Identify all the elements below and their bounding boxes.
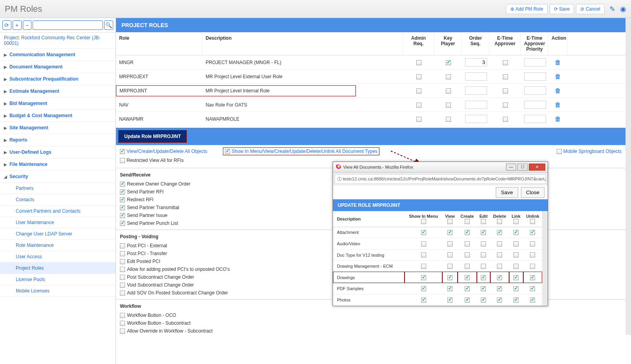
checkbox-icon[interactable] bbox=[497, 252, 502, 257]
doc-row[interactable]: PDF Samples bbox=[333, 283, 542, 294]
option-row[interactable]: Workflow Button - Subcontract bbox=[116, 319, 625, 327]
order-seq-input[interactable] bbox=[465, 72, 487, 81]
doc-row[interactable]: Drawings bbox=[333, 272, 542, 283]
checkbox-icon[interactable] bbox=[530, 264, 535, 269]
checkbox-icon[interactable] bbox=[120, 283, 125, 288]
grid-row[interactable]: MRPROJINT MR Project Level Internal Role… bbox=[116, 84, 625, 98]
checkbox-icon[interactable] bbox=[421, 286, 426, 291]
checkbox-icon[interactable] bbox=[465, 264, 470, 269]
checkbox-icon[interactable] bbox=[481, 275, 486, 280]
delete-icon[interactable]: 🗑 bbox=[555, 73, 561, 80]
checkbox-icon[interactable] bbox=[446, 117, 451, 122]
checkbox-icon[interactable] bbox=[481, 252, 486, 257]
checkbox-icon[interactable] bbox=[120, 182, 125, 187]
checkbox-icon[interactable] bbox=[513, 219, 519, 224]
order-seq-input[interactable] bbox=[465, 115, 487, 123]
popup-close-button[interactable]: Close bbox=[521, 187, 545, 198]
subtree-item[interactable]: User Access bbox=[0, 251, 116, 262]
add-pm-role-button[interactable]: ⊕ Add PM Role bbox=[506, 4, 547, 14]
subtree-item[interactable]: Mobile Licenses bbox=[0, 285, 116, 296]
tree-item-site-management[interactable]: ▶Site Management bbox=[0, 122, 116, 134]
doc-row[interactable]: Photos bbox=[333, 294, 542, 306]
checkbox-icon[interactable] bbox=[503, 103, 508, 108]
col-etime-approver-priority[interactable]: E-Time Approver Priority bbox=[521, 32, 548, 55]
delete-icon[interactable]: 🗑 bbox=[555, 87, 561, 94]
tree-item-communication-management[interactable]: ▶Communication Management bbox=[0, 49, 116, 61]
checkbox-icon[interactable] bbox=[447, 252, 453, 257]
checkbox-icon[interactable] bbox=[497, 230, 502, 235]
doc-col-0[interactable]: Description bbox=[333, 211, 405, 227]
show-in-menu-all-doc-types-option[interactable]: Show In Menu/View/Create/Update/Delete/U… bbox=[223, 147, 379, 155]
order-seq-input[interactable] bbox=[465, 101, 487, 109]
checkbox-icon[interactable] bbox=[421, 275, 426, 280]
col-key-player[interactable]: Key Player bbox=[434, 32, 462, 55]
subtree-item[interactable]: Change User LDAP Server bbox=[0, 228, 116, 239]
checkbox-icon[interactable] bbox=[497, 264, 502, 269]
checkbox-icon[interactable] bbox=[513, 275, 519, 280]
edit-icon[interactable]: ✎ bbox=[609, 5, 615, 13]
checkbox-icon[interactable] bbox=[447, 298, 453, 303]
tree-item-reports[interactable]: ▶Reports bbox=[0, 134, 116, 146]
minimize-button[interactable]: — bbox=[506, 164, 516, 171]
view-create-all-objects-option[interactable]: View/Create/Update/Delete All Objects bbox=[120, 149, 207, 154]
checkbox-icon[interactable] bbox=[416, 60, 421, 65]
checkbox-icon[interactable] bbox=[421, 219, 426, 224]
checkbox-icon[interactable] bbox=[120, 189, 125, 195]
search-button[interactable]: 🔍 bbox=[104, 20, 113, 30]
col-order-seq[interactable]: Order Seq. bbox=[462, 32, 489, 55]
checkbox-icon[interactable] bbox=[120, 275, 125, 280]
doc-col-4[interactable]: Edit bbox=[477, 211, 490, 227]
checkbox-icon[interactable] bbox=[481, 298, 486, 303]
checkbox-icon[interactable] bbox=[421, 252, 426, 257]
checkbox-icon[interactable] bbox=[446, 103, 451, 108]
refresh-button[interactable]: ⟳ bbox=[2, 20, 11, 30]
subtree-item[interactable]: Convert Partners and Contacts bbox=[0, 205, 116, 217]
doc-col-5[interactable]: Delete bbox=[490, 211, 509, 227]
tree-item-user-defined-logs[interactable]: ▶User-Defined Logs bbox=[0, 146, 116, 158]
collapse-button[interactable]: − bbox=[23, 20, 32, 30]
tree-item-bid-management[interactable]: ▶Bid Management bbox=[0, 97, 116, 109]
etime-priority-input[interactable] bbox=[524, 101, 546, 109]
checkbox-icon[interactable] bbox=[465, 241, 470, 246]
col-description[interactable]: Description bbox=[202, 32, 403, 55]
checkbox-icon[interactable] bbox=[416, 74, 421, 79]
checkbox-icon[interactable] bbox=[530, 286, 535, 291]
checkbox-icon[interactable] bbox=[421, 230, 426, 235]
restricted-view-rfi-option[interactable]: Restricted View All for RFIs bbox=[120, 158, 184, 163]
popup-url-bar[interactable]: ⓘ testv12.cmic.ca:8888/cmictest12c/PmPro… bbox=[335, 174, 546, 184]
option-row[interactable]: Workflow Button - OCO bbox=[116, 311, 625, 319]
checkbox-icon[interactable] bbox=[513, 252, 519, 257]
checkbox-icon[interactable] bbox=[503, 117, 508, 122]
doc-row[interactable]: Drawing Management - ECM bbox=[333, 261, 542, 272]
checkbox-icon[interactable] bbox=[447, 264, 453, 269]
checkbox-icon[interactable] bbox=[497, 286, 502, 291]
tree-item-file-maintenance[interactable]: ▶File Maintenance bbox=[0, 158, 116, 170]
grid-row[interactable]: NAWAPMR NAWAPMROLE 🗑 bbox=[116, 112, 625, 126]
checkbox-icon[interactable] bbox=[481, 264, 486, 269]
etime-priority-input[interactable] bbox=[524, 58, 546, 66]
maximize-button[interactable]: ☐ bbox=[517, 164, 528, 171]
doc-row[interactable]: Attachment bbox=[333, 227, 542, 238]
checkbox-icon[interactable] bbox=[503, 88, 508, 94]
checkbox-icon[interactable] bbox=[530, 252, 535, 257]
checkbox-icon[interactable] bbox=[513, 241, 519, 246]
checkbox-icon[interactable] bbox=[497, 275, 502, 280]
doc-col-3[interactable]: Create bbox=[458, 211, 477, 227]
checkbox-icon[interactable] bbox=[447, 275, 453, 280]
checkbox-icon[interactable] bbox=[513, 230, 519, 235]
checkbox-icon[interactable] bbox=[465, 298, 470, 303]
checkbox-icon[interactable] bbox=[513, 298, 519, 303]
checkbox-icon[interactable] bbox=[465, 230, 470, 235]
etime-priority-input[interactable] bbox=[524, 86, 546, 95]
doc-col-6[interactable]: Link bbox=[509, 211, 523, 227]
checkbox-icon[interactable] bbox=[120, 221, 125, 226]
checkbox-icon[interactable] bbox=[481, 230, 486, 235]
checkbox-icon[interactable] bbox=[513, 264, 519, 269]
user-icon[interactable]: ◉ bbox=[620, 5, 626, 13]
popup-scrollbar[interactable] bbox=[542, 211, 548, 306]
checkbox-icon[interactable] bbox=[497, 241, 502, 246]
doc-row[interactable]: Doc Type for V12 testing bbox=[333, 249, 542, 261]
checkbox-icon[interactable] bbox=[530, 219, 535, 224]
checkbox-icon[interactable] bbox=[416, 117, 421, 122]
checkbox-icon[interactable] bbox=[497, 298, 502, 303]
